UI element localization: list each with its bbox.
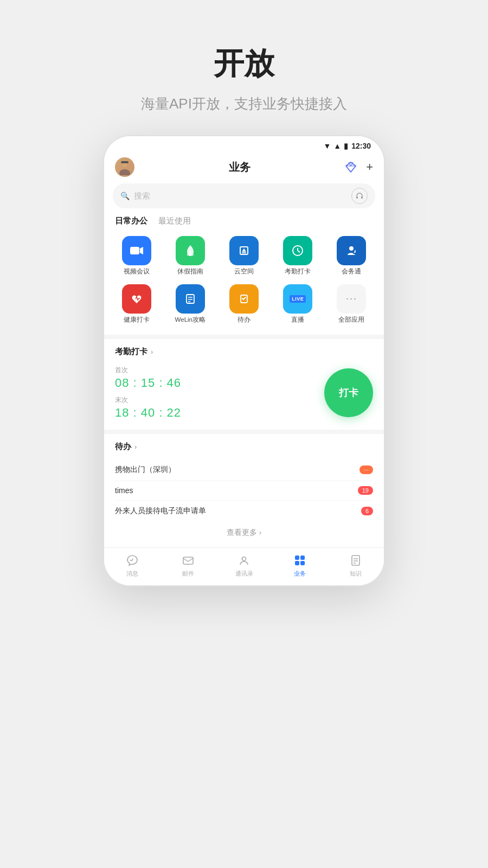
phone-mockup: ▼ ▲ ▮ 12:30 业务 +: [103, 135, 385, 586]
nav-label-mail: 邮件: [182, 570, 194, 578]
app-item-health[interactable]: 健康打卡: [110, 281, 163, 327]
see-more-text: 查看更多: [227, 528, 257, 537]
app-icon-attendance: [283, 236, 312, 265]
todo-item-0[interactable]: 携物出门（深圳） ···: [115, 459, 373, 481]
wifi-icon: ▼: [323, 142, 331, 150]
svg-rect-36: [300, 561, 305, 565]
business-icon: [293, 553, 307, 567]
nav-item-knowledge[interactable]: 知识: [328, 553, 384, 578]
nav-label-contacts: 通讯录: [235, 570, 253, 578]
search-icon: 🔍: [120, 192, 130, 200]
svg-rect-37: [352, 556, 359, 565]
app-icon-welin: [176, 284, 205, 314]
app-label-all: 全部应用: [338, 316, 364, 324]
svg-rect-35: [295, 561, 299, 565]
contacts-icon: [237, 553, 251, 567]
add-icon[interactable]: +: [366, 160, 373, 174]
todo-header[interactable]: 待办 ›: [115, 442, 373, 452]
svg-rect-8: [356, 196, 358, 199]
search-bar[interactable]: 🔍 搜索: [113, 183, 375, 208]
section-tabs: 日常办公 最近使用: [104, 216, 384, 233]
attendance-header[interactable]: 考勤打卡 ›: [115, 347, 373, 357]
app-item-holiday[interactable]: 休假指南: [163, 233, 217, 279]
page-hero: 开放 海量API开放，支持业务快捷接入: [141, 0, 347, 113]
live-icon-wrap: LIVE: [283, 284, 312, 314]
avatar[interactable]: [115, 157, 134, 177]
app-item-cloud[interactable]: 云空间: [217, 233, 271, 279]
attendance-card: 考勤打卡 › 首次 08 : 15 : 46 末次 18 : 40 : 22 打…: [104, 339, 384, 430]
app-item-live[interactable]: LIVE 直播: [271, 281, 325, 327]
todo-text-2: 外来人员接待电子流申请单: [115, 506, 206, 516]
app-icon-health: [122, 284, 151, 314]
svg-point-20: [349, 246, 354, 251]
app-grid: 视频会议 休假指南 云空间: [104, 233, 384, 335]
app-label-holiday: 休假指南: [177, 268, 203, 276]
nav-item-message[interactable]: 消息: [104, 553, 160, 578]
todo-item-1[interactable]: times 19: [115, 481, 373, 501]
nav-item-business[interactable]: 业务: [272, 553, 328, 578]
todo-title: 待办: [115, 442, 131, 452]
app-item-welin[interactable]: WeLin攻略: [163, 281, 217, 327]
nav-item-contacts[interactable]: 通讯录: [216, 553, 272, 578]
last-time: 18 : 40 : 22: [115, 406, 181, 420]
bottom-nav: 消息 邮件 通讯录: [104, 547, 384, 585]
tab-daily[interactable]: 日常办公: [115, 216, 147, 226]
svg-rect-34: [300, 556, 305, 560]
top-nav: 业务 +: [104, 153, 384, 183]
app-icon-todo: [229, 284, 259, 314]
svg-rect-33: [295, 556, 299, 560]
todo-badge-1: 19: [358, 486, 373, 495]
time-info: 首次 08 : 15 : 46 末次 18 : 40 : 22: [115, 366, 181, 420]
app-item-attendance[interactable]: 考勤打卡: [271, 233, 325, 279]
todo-section: 待办 › 携物出门（深圳） ··· times 19 外来人员接待电子流申请单 …: [104, 434, 384, 547]
divider-2: [104, 430, 384, 434]
svg-marker-4: [346, 162, 356, 172]
svg-point-30: [242, 557, 246, 560]
see-more[interactable]: 查看更多 ›: [115, 521, 373, 540]
nav-item-mail[interactable]: 邮件: [160, 553, 216, 578]
nav-title: 业务: [229, 160, 251, 175]
knowledge-icon: [349, 553, 363, 567]
todo-chevron-icon: ›: [134, 443, 137, 451]
svg-rect-9: [361, 196, 363, 199]
todo-text-0: 携物出门（深圳）: [115, 465, 176, 475]
nav-label-message: 消息: [126, 570, 138, 578]
app-label-meeting: 会务通: [342, 268, 361, 276]
status-icons: ▼ ▲ ▮: [323, 142, 348, 150]
mail-icon: [181, 553, 195, 567]
app-item-all[interactable]: ··· 全部应用: [325, 281, 378, 327]
nav-label-business: 业务: [294, 570, 306, 578]
app-item-video[interactable]: 视频会议: [110, 233, 163, 279]
app-icon-live: LIVE: [283, 284, 312, 314]
app-icon-cloud: [229, 236, 259, 265]
svg-marker-15: [242, 248, 246, 252]
svg-rect-12: [190, 252, 191, 256]
hero-title: 开放: [141, 43, 347, 85]
first-time: 08 : 15 : 46: [115, 376, 181, 390]
nav-right: +: [344, 160, 373, 174]
diamond-icon[interactable]: [344, 161, 357, 174]
hero-subtitle: 海量API开放，支持业务快捷接入: [141, 94, 347, 113]
headphone-button[interactable]: [351, 188, 368, 204]
last-label: 末次: [115, 395, 181, 405]
app-label-attendance: 考勤打卡: [285, 268, 311, 276]
app-item-meeting[interactable]: 会务通: [325, 233, 378, 279]
first-label: 首次: [115, 366, 181, 375]
tab-recent[interactable]: 最近使用: [158, 216, 191, 226]
punch-button[interactable]: 打卡: [324, 368, 373, 417]
status-bar: ▼ ▲ ▮ 12:30: [104, 136, 384, 153]
status-time: 12:30: [351, 142, 371, 150]
todo-item-2[interactable]: 外来人员接待电子流申请单 6: [115, 501, 373, 521]
attendance-title: 考勤打卡: [115, 347, 147, 357]
nav-label-knowledge: 知识: [350, 570, 362, 578]
signal-icon: ▲: [333, 142, 341, 150]
todo-text-1: times: [115, 486, 133, 495]
app-item-todo[interactable]: 待办: [217, 281, 271, 327]
app-label-live: 直播: [291, 316, 304, 324]
svg-rect-10: [130, 247, 139, 254]
svg-point-1: [119, 169, 130, 175]
app-icon-all: ···: [337, 284, 366, 314]
search-placeholder: 搜索: [134, 191, 347, 201]
divider-1: [104, 335, 384, 339]
todo-badge-0: ···: [359, 465, 373, 474]
